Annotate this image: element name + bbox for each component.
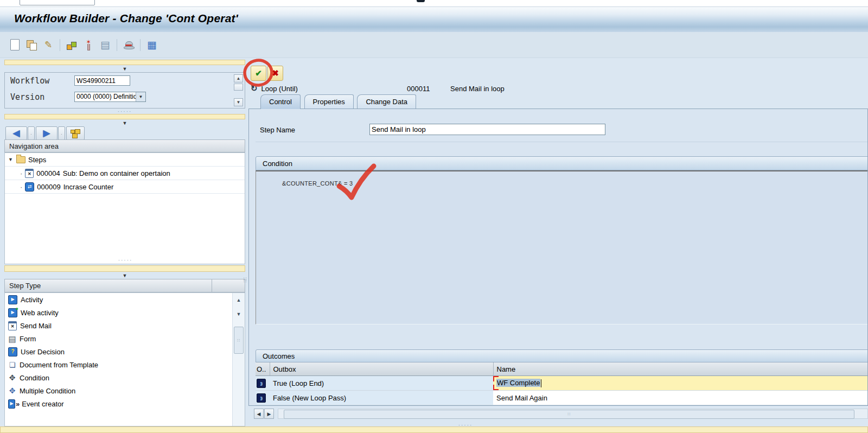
condition-editor[interactable]: &COUNTER_CONT& = 3 (256, 170, 868, 324)
bullet-icon: · (20, 169, 22, 177)
step-type-condition[interactable]: ✥ Condition (5, 371, 245, 384)
confirm-check-button[interactable]: ✔ (251, 66, 266, 81)
step-type-event-creator[interactable]: ▶ » Event creator (5, 397, 245, 410)
column-header-o[interactable]: O.. (256, 362, 270, 376)
splitter-handle[interactable]: ····· (5, 258, 246, 263)
condition-group-header: Condition (256, 156, 868, 170)
workflow-header-box: Workflow Version 0000 (0000) Definition … (4, 72, 245, 109)
outcome-row-true[interactable]: )) True (Loop End) WF Complete (256, 376, 868, 391)
tab-control[interactable]: Control (260, 94, 301, 109)
clipped-toolbar-icon (417, 0, 425, 2)
scroll-thumb[interactable]: ∷ (234, 327, 244, 354)
step-id[interactable]: 000009 (37, 183, 60, 191)
step-type-multiple-condition[interactable]: ✥ Multiple Condition (5, 384, 245, 397)
tray-collapse-control[interactable]: ▼ (4, 119, 245, 126)
step-type-header: Step Type (4, 279, 245, 292)
tree-node-step[interactable]: · ⇄ 000009 Incrase Counter (5, 180, 245, 194)
workflow-label: Workflow (10, 76, 49, 86)
scroll-down-button[interactable]: ▼ (234, 98, 243, 106)
back-dropdown[interactable]: . (28, 126, 35, 140)
scroll-right-button[interactable]: ▶ (264, 409, 274, 419)
expander-icon[interactable]: ▼ (8, 157, 14, 162)
selected-text[interactable]: WF Complete (496, 379, 540, 387)
workflow-icon[interactable] (65, 38, 79, 52)
condition-expression[interactable]: &COUNTER_CONT& = 3 (282, 180, 353, 187)
scroll-left-button[interactable]: ◀ (254, 409, 264, 419)
chevron-down-icon[interactable]: ▼ (136, 92, 145, 101)
step-type-document-from-template[interactable]: ❏ Document from Template (5, 358, 245, 371)
step-type-web-activity[interactable]: ▶● Web activity (5, 306, 245, 319)
outcome-event-icon: )) (257, 393, 266, 403)
multiple-condition-icon: ✥ (8, 387, 16, 395)
step-type-send-mail[interactable]: ✕ Send Mail (5, 319, 245, 332)
outbox-cell[interactable]: False (New Loop Pass) (270, 391, 493, 405)
text-caret (541, 379, 541, 387)
test-icon[interactable]: ✶ (81, 38, 95, 52)
left-panel: ▼ Workflow Version 0000 (0000) Definitio… (4, 60, 245, 426)
splitter-handle[interactable]: ····· (4, 110, 245, 114)
tray-collapse-control[interactable]: ▼ (4, 65, 245, 72)
web-activity-icon: ▶● (8, 308, 17, 317)
forward-button[interactable]: ▶ (36, 126, 58, 140)
arrow-left-icon: ◀ (12, 129, 20, 138)
workflow-id-field[interactable] (74, 75, 130, 86)
hierarchy-button[interactable] (66, 126, 85, 140)
chevron-down-icon: ▼ (123, 273, 127, 278)
collapsed-tray-header[interactable] (4, 60, 245, 65)
tray-collapse-control[interactable]: ▼ (4, 272, 245, 279)
name-cell-editing[interactable]: WF Complete (493, 376, 868, 391)
tree-node-step[interactable]: · ✕ 000004 Sub: Demo on container operta… (5, 167, 245, 180)
arrow-right-icon: ▶ (43, 129, 50, 138)
version-select[interactable]: 0000 (0000) Definition ▼ (74, 92, 146, 102)
step-name-label: Step Name (260, 126, 295, 134)
toolbar-separator (60, 39, 60, 51)
step-type-scrollbar[interactable]: ▲ ▼ ∷ (232, 293, 245, 426)
name-cell[interactable]: Send Mail Again (493, 391, 868, 405)
column-header-name[interactable]: Name (493, 362, 868, 376)
hat-icon[interactable] (122, 38, 136, 52)
outcome-icon-cell: )) (256, 376, 270, 391)
scroll-up-button[interactable]: ▲ (234, 74, 243, 82)
tab-change-data[interactable]: Change Data (357, 94, 416, 109)
node-type: Loop (Until) (261, 85, 298, 93)
tab-properties[interactable]: Properties (304, 94, 354, 109)
scroll-up-icon[interactable]: ▲ (233, 297, 245, 303)
step-type-form[interactable]: ▤ Form (5, 332, 245, 345)
scrollbar-thumb[interactable]: ∷ (284, 410, 854, 419)
step-type-activity[interactable]: ▶ Activity (5, 293, 245, 306)
tree-node-steps[interactable]: ▼ Steps (5, 153, 245, 167)
collapsed-tray-header[interactable] (4, 114, 245, 119)
new-icon[interactable] (8, 38, 22, 52)
step-type-header-cell (212, 279, 232, 292)
step-type-user-decision[interactable]: ? User Decision (5, 345, 245, 358)
copy-icon[interactable] (24, 38, 39, 52)
tree-node-label[interactable]: Steps (28, 156, 46, 164)
outbox-cell[interactable]: True (Loop End) (270, 376, 493, 391)
step-label[interactable]: Incrase Counter (63, 183, 114, 191)
collapsed-tray-header[interactable] (4, 265, 245, 272)
node-name: Send Mail in loop (450, 85, 505, 93)
node-header: ↻ Loop (Until) 000011 Send Mail in loop (251, 82, 793, 94)
outcome-row-false[interactable]: )) False (New Loop Pass) Send Mail Again (256, 391, 868, 405)
table-view-icon[interactable]: ▦ (145, 38, 159, 52)
title-bar: Workflow Builder - Change 'Cont Operat' (0, 7, 868, 33)
display-change-icon[interactable]: ✎ (41, 38, 55, 52)
toolbar-separator (140, 39, 141, 51)
collapsed-bottom-tray[interactable] (0, 426, 868, 433)
send-mail-icon: ✕ (8, 321, 17, 330)
panel-splitter[interactable]: ∷∷ (244, 278, 248, 282)
step-id[interactable]: 000004 (36, 169, 60, 177)
toolbar-separator (117, 39, 117, 51)
scroll-thumb[interactable] (234, 84, 243, 91)
step-name-input[interactable] (369, 124, 605, 135)
scroll-down-icon[interactable]: ▼ (233, 311, 245, 317)
cancel-x-button[interactable]: ✖ (267, 66, 283, 81)
command-field[interactable] (20, 0, 95, 5)
back-button[interactable]: ◀ (5, 126, 27, 140)
scrollbar-track[interactable]: ∷ (278, 409, 868, 419)
forward-dropdown[interactable]: . (58, 126, 65, 140)
workflow-builder-icon[interactable]: ▤ (98, 38, 112, 52)
control-tab-content: Step Name Condition &COUNTER_CONT& = 3 O… (248, 109, 868, 406)
column-header-outbox[interactable]: Outbox (270, 362, 493, 376)
step-label[interactable]: Sub: Demo on container opertaion (63, 169, 170, 177)
